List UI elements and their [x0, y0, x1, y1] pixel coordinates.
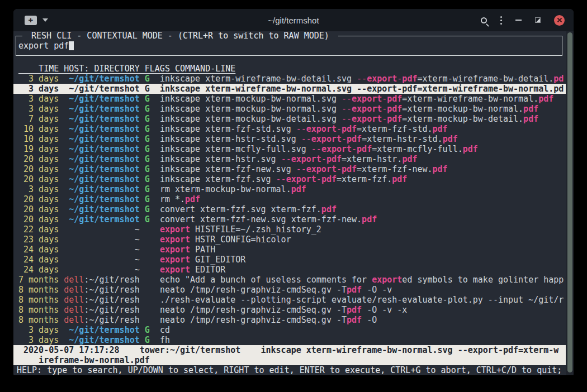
- history-row[interactable]: 3 days ~/git/termshot G fh: [13, 335, 566, 345]
- gap: [140, 275, 145, 285]
- gap: [140, 335, 145, 345]
- gap: [64, 194, 69, 204]
- cmd-segment: inkscape xterm-mockup-bw-normal.svg: [160, 104, 342, 114]
- cmd-segment: export: [352, 104, 382, 114]
- cmd-segment: inkscape xterm-wireframe-bw-detail.svg: [160, 74, 357, 84]
- cmd-segment: export: [321, 144, 352, 154]
- gap: [59, 325, 64, 335]
- gap: [150, 164, 160, 174]
- cmd-segment: fh: [160, 335, 170, 345]
- gap: [59, 285, 64, 295]
- cmd-segment: EDITOR: [190, 265, 225, 275]
- gap: [140, 265, 145, 275]
- cell-directory: ~: [135, 245, 140, 255]
- history-row[interactable]: 20 days ~/git/termshot G inkscape xterm-…: [13, 154, 566, 164]
- history-row[interactable]: 19 days ~/git/termshot G inkscape xterm-…: [13, 144, 566, 154]
- gap: [140, 144, 145, 154]
- history-row[interactable]: 22 days ~ export HISTFILE=~/.zsh_history…: [13, 224, 566, 235]
- history-row[interactable]: 8 months dell:~/git/resh neato /tmp/resh…: [13, 285, 566, 295]
- gap: [59, 74, 64, 84]
- history-row[interactable]: 3 days ~/git/termshot G inkscape xterm-m…: [13, 104, 566, 114]
- gap: [59, 265, 64, 275]
- cmd-segment: -: [382, 94, 387, 104]
- minimize-button[interactable]: [515, 20, 522, 21]
- history-row[interactable]: 8 months dell:~/git/resh neato /tmp/resh…: [13, 315, 566, 325]
- gap: [64, 235, 134, 245]
- terminal-content: RESH CLI - CONTEXTUAL MODE - (CTRL+R to …: [13, 31, 574, 375]
- gap: [150, 335, 160, 345]
- history-row[interactable]: 20 days ~/git/termshot G rm *.pdf: [13, 194, 566, 204]
- cell-time: 3 days: [18, 325, 59, 335]
- cell-directory: ~/git/termshot: [69, 94, 139, 104]
- cell-flags: G: [145, 194, 150, 204]
- history-row[interactable]: 8 months dell:~/git/resh ./resh-evaluate…: [13, 295, 566, 305]
- cmd-segment: rm xterm-mockup-bw-normal.: [160, 184, 291, 194]
- cell-flags: G: [145, 164, 150, 174]
- cell-directory: ~: [135, 235, 140, 245]
- cell-time: 20 days: [18, 194, 59, 204]
- cmd-segment: HSTR_CONFIG=hicolor: [190, 235, 291, 245]
- cmd-segment: pdf: [443, 134, 458, 144]
- history-row[interactable]: 10 days ~/git/termshot G inkscape xterm-…: [13, 134, 566, 144]
- gap: [140, 245, 145, 255]
- history-row[interactable]: 3 days ~/git/termshot G inkscape xterm-w…: [13, 84, 566, 94]
- tab-dropdown-button[interactable]: [42, 18, 48, 22]
- history-row[interactable]: 7 days ~/git/termshot G inkscape xterm-m…: [13, 114, 566, 124]
- history-row[interactable]: 3 days ~/git/termshot G inkscape xterm-w…: [13, 74, 566, 84]
- history-row[interactable]: 20 days ~/git/termshot G convert xterm-f…: [13, 214, 566, 224]
- gap: [140, 305, 145, 315]
- cmd-segment: inkscape xterm-fzf.svg: [160, 174, 276, 184]
- gap: [59, 255, 64, 265]
- gap: [59, 214, 64, 224]
- history-row[interactable]: 23 days ~ export HSTR_CONFIG=hicolor: [13, 235, 566, 245]
- cmd-segment: pdf: [342, 164, 357, 174]
- cell-flags: [145, 275, 150, 285]
- cmd-segment: --: [342, 104, 352, 114]
- scrollbar-thumb[interactable]: [567, 32, 572, 372]
- history-row[interactable]: 24 days ~ export EDITOR: [13, 265, 566, 275]
- cmd-segment: export: [286, 174, 316, 184]
- cmd-segment: --: [357, 74, 367, 84]
- menu-button[interactable]: [500, 16, 502, 25]
- gap: [140, 325, 145, 335]
- cell-flags: G: [145, 184, 150, 194]
- new-tab-icon[interactable]: [25, 16, 37, 25]
- cell-time: 10 days: [18, 124, 59, 134]
- cmd-segment: inkscape xterm-mcfly-full.svg: [160, 144, 311, 154]
- history-row[interactable]: 7 months dell:~/git/resh echo "Add a bun…: [13, 275, 566, 285]
- history-row[interactable]: 3 days ~/git/termshot G inkscape xterm-m…: [13, 94, 566, 104]
- cell-flags: G: [145, 335, 150, 345]
- search-button[interactable]: [481, 17, 487, 23]
- cmd-segment: export: [160, 265, 190, 275]
- gap: [150, 214, 160, 224]
- cmd-segment: convert xterm-fzf.svg xterm-fzf.: [160, 204, 321, 214]
- cell-directory: :~/git/resh: [84, 275, 139, 285]
- cell-time: 3 days: [18, 84, 59, 94]
- cmd-segment: --: [342, 94, 352, 104]
- restore-button[interactable]: [535, 17, 541, 23]
- cell-host: dell: [64, 295, 84, 305]
- gap: [140, 84, 145, 94]
- history-row[interactable]: 20 days ~/git/termshot G inkscape xterm-…: [13, 174, 566, 184]
- gap: [140, 164, 145, 174]
- history-row[interactable]: 3 days ~/git/termshot G cd: [13, 325, 566, 335]
- cmd-segment: export: [160, 255, 190, 265]
- close-button[interactable]: [554, 15, 565, 26]
- scrollbar-track[interactable]: [566, 31, 574, 375]
- gap: [64, 335, 69, 345]
- gap: [150, 305, 160, 315]
- cmd-segment: inkscape xterm-fzf-std.svg: [160, 124, 296, 134]
- history-row[interactable]: 20 days ~/git/termshot G convert xterm-f…: [13, 204, 566, 214]
- history-row[interactable]: 10 days ~/git/termshot G inkscape xterm-…: [13, 124, 566, 134]
- gap: [140, 255, 145, 265]
- history-row[interactable]: 20 days ~/git/termshot G inkscape xterm-…: [13, 164, 566, 174]
- cell-time: 20 days: [18, 154, 59, 164]
- history-row[interactable]: 24 days ~ export GIT_EDITOR: [13, 255, 566, 265]
- history-row[interactable]: 24 days ~ export PATH: [13, 245, 566, 255]
- gap: [150, 194, 160, 204]
- cell-directory: ~: [135, 224, 140, 235]
- cell-directory: ~/git/termshot: [69, 104, 139, 114]
- history-row[interactable]: 3 days ~/git/termshot G rm xterm-mockup-…: [13, 184, 566, 194]
- kebab-menu-icon: [500, 16, 502, 25]
- history-row[interactable]: 8 months dell:~/git/resh neato /tmp/resh…: [13, 305, 566, 315]
